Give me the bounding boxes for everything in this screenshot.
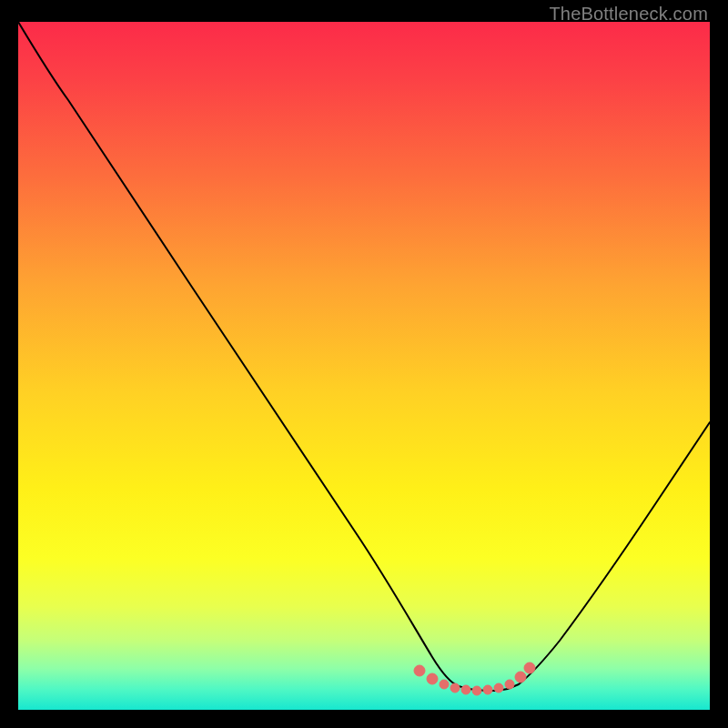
marker-dot	[494, 683, 503, 693]
curve-path	[18, 22, 710, 691]
marker-dot	[414, 665, 425, 676]
marker-dot	[440, 680, 449, 689]
marker-dot	[450, 683, 460, 693]
marker-dot	[524, 662, 535, 673]
marker-dot	[461, 685, 470, 694]
marker-dot	[515, 672, 526, 682]
bottleneck-curve	[18, 22, 710, 710]
plot-area	[18, 22, 710, 710]
marker-dot	[427, 673, 438, 684]
optimal-marker-group	[414, 662, 535, 695]
marker-dot	[483, 685, 492, 694]
marker-dot	[505, 680, 514, 689]
chart-frame: TheBottleneck.com	[0, 0, 728, 728]
marker-dot	[472, 686, 481, 695]
